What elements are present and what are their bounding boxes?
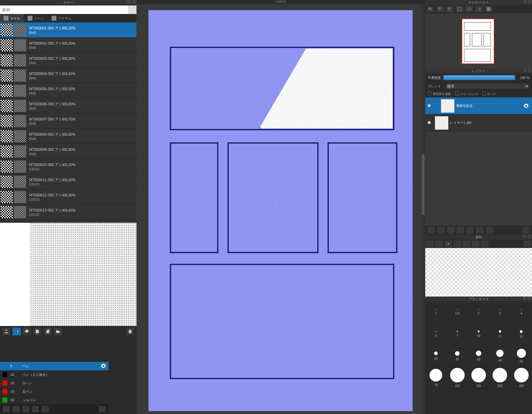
zoom-out-button[interactable] (445, 5, 454, 13)
material-item[interactable]: MT000004-350 アミ60L40% (8x8) (0, 68, 136, 83)
brush-size-cell[interactable]: 7 (446, 323, 468, 345)
brush-size-cell[interactable]: 10 (468, 323, 489, 345)
gear-icon[interactable] (101, 363, 106, 369)
mat-new-button[interactable] (33, 327, 42, 336)
comic-panel-4[interactable] (328, 142, 397, 253)
brush-size-cell[interactable]: 5 (425, 323, 446, 345)
ref-zoom-out-button[interactable] (471, 240, 480, 247)
material-search-clear[interactable] (128, 5, 136, 14)
pen-item[interactable]: 15 Gペン (0, 379, 109, 387)
canvas[interactable]: ＋ (149, 10, 412, 411)
pen-item[interactable]: 15 丸ペン (0, 387, 109, 396)
pen-cloud-button[interactable] (2, 406, 10, 413)
panel-close-icon[interactable] (528, 0, 531, 4)
comic-panel-1[interactable] (170, 47, 394, 130)
reference-view[interactable] (425, 248, 532, 297)
selection-region[interactable] (259, 49, 392, 128)
gear-icon[interactable] (524, 103, 532, 109)
brush-size-cell[interactable]: 100 (446, 367, 468, 389)
brush-size-cell[interactable]: 20 (425, 345, 446, 367)
ref-rotate-button[interactable] (523, 240, 531, 247)
brush-size-cell[interactable]: 15 (511, 323, 532, 345)
mat-import-button[interactable] (2, 327, 11, 336)
pen-trash-button[interactable] (98, 406, 106, 413)
brush-size-cell[interactable]: 1 (425, 301, 446, 323)
material-item[interactable]: MT000006-350 アミ60L60% (8x8) (0, 98, 136, 114)
pen-item[interactable]: 10 ふちペン (0, 396, 109, 404)
layer-new8-button[interactable] (437, 226, 445, 234)
flip-h-button[interactable] (465, 5, 474, 13)
tab-tone[interactable]: トーン (24, 14, 48, 22)
panel-detach-icon[interactable] (523, 0, 527, 4)
canvas-vscrollbar[interactable] (421, 4, 425, 414)
layer-handle[interactable] (433, 97, 439, 114)
brush-size-cell[interactable]: 1.5 (446, 301, 468, 323)
material-item[interactable]: MT000002-350 アミ60L20% (8x8) (0, 38, 136, 53)
layer-mask-button[interactable] (456, 226, 465, 234)
material-search-input[interactable] (0, 5, 128, 14)
brush-size-cell[interactable]: 3 (489, 301, 510, 323)
layer-new-button[interactable] (427, 226, 436, 234)
panel-close-icon[interactable] (528, 235, 531, 238)
layer-merge-button[interactable] (485, 226, 494, 234)
flag-protect[interactable]: 透明度を保護 (428, 92, 451, 96)
tab-tile[interactable]: タイル (0, 14, 24, 22)
layer-dup-button[interactable] (476, 226, 484, 234)
brush-size-cell[interactable]: 70 (425, 367, 446, 389)
layer-trash-button[interactable] (522, 226, 530, 234)
rotate-button[interactable] (474, 5, 483, 13)
ref-cloud-button[interactable] (426, 240, 434, 247)
pen-new-button[interactable] (22, 406, 30, 413)
material-item[interactable]: MT000012-350 アミ40L30% (12x12) (0, 189, 136, 205)
flag-lock[interactable]: ロック (482, 92, 496, 96)
panel-detach-icon[interactable] (127, 0, 131, 4)
material-item[interactable]: MT000010-350 アミ40L10% (12x12) (0, 159, 136, 174)
comic-panel-2[interactable] (170, 142, 218, 253)
layer-visibility[interactable] (425, 104, 433, 108)
ref-picker-button[interactable] (480, 240, 489, 247)
pen-group-button[interactable] (41, 406, 49, 413)
pen-dup-button[interactable] (32, 406, 39, 413)
mat-trash-button[interactable] (126, 327, 135, 336)
material-item[interactable]: MT000001-350 アミ60L10% (8x8) (0, 22, 136, 38)
blend-select[interactable]: 通常 (445, 83, 530, 89)
brush-size-cell[interactable]: 2 (468, 301, 489, 323)
layer-folder-button[interactable] (466, 226, 474, 234)
brush-size-cell[interactable]: 150 (468, 367, 489, 389)
material-item[interactable]: MT000007-350 アミ60L70% (8x8) (0, 114, 136, 129)
ref-open-button[interactable] (435, 240, 443, 247)
material-item[interactable]: MT000009-350 アミ60L90% (8x8) (0, 144, 136, 159)
zoom-fit-button[interactable] (455, 5, 464, 13)
grid-button[interactable] (484, 5, 493, 13)
ref-close-button[interactable]: ✕ (444, 240, 453, 247)
layer-visibility[interactable] (425, 121, 433, 125)
brush-size-cell[interactable]: 30 (468, 345, 489, 367)
pen-item[interactable]: 10 ペン（入り抜き） (0, 370, 109, 379)
panel-close-icon[interactable] (528, 297, 531, 300)
mat-dup-button[interactable] (43, 327, 52, 336)
layer-new1-button[interactable] (446, 226, 455, 234)
material-item[interactable]: MT000005-350 アミ60L50% (8x8) (0, 83, 136, 98)
layer-item[interactable]: 素材を貼る (425, 97, 532, 114)
brush-size-cell[interactable]: 25 (446, 345, 468, 367)
panel-detach-icon[interactable] (523, 235, 527, 238)
brush-size-cell[interactable]: 50 (511, 345, 532, 367)
ref-zoom-reset-button[interactable] (462, 240, 471, 247)
material-item[interactable]: MT000003-350 アミ60L30% (8x8) (0, 53, 136, 68)
panel-close-icon[interactable] (528, 69, 531, 72)
flag-clipping[interactable]: クリッピング (455, 92, 478, 96)
pen-item[interactable]: 5 ペン (0, 362, 109, 370)
material-item[interactable]: MT000011-350 アミ40L20% (12x12) (0, 174, 136, 189)
brush-size-cell[interactable]: 200 (489, 367, 510, 389)
canvas-viewport[interactable]: ＋ (136, 4, 425, 414)
brush-size-cell[interactable]: 12 (489, 323, 510, 345)
mat-cloud-button[interactable] (22, 327, 32, 336)
mat-folder-button[interactable] (53, 327, 62, 336)
brush-size-cell[interactable]: 40 (489, 345, 510, 367)
zoom-reset-button[interactable] (436, 5, 445, 13)
layer-item[interactable]: レイヤー1 @6 (425, 114, 532, 131)
comic-panel-5[interactable] (170, 264, 394, 379)
mat-send-button[interactable] (12, 327, 21, 336)
panel-detach-icon[interactable] (523, 297, 527, 300)
zoom-in-button[interactable] (426, 5, 435, 13)
